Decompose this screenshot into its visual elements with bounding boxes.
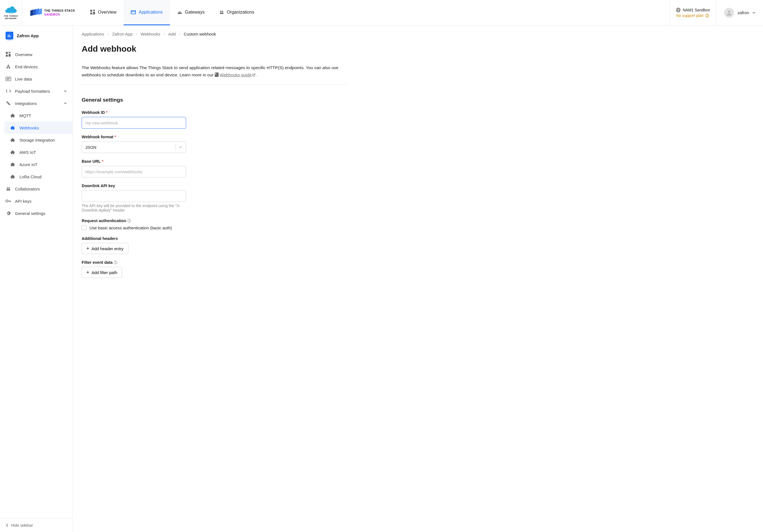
sidebar-webhooks[interactable]: Webhooks: [4, 122, 72, 134]
svg-rect-24: [6, 55, 8, 56]
logo-ttn-block[interactable]: THE THINGS NETWORK: [0, 0, 22, 25]
cluster-block[interactable]: NAM1 Sandbox No support plan: [670, 0, 716, 25]
downlink-api-key-input[interactable]: [82, 190, 186, 202]
sidebar-overview[interactable]: Overview: [0, 48, 72, 60]
support-plan-text: No support plan: [676, 13, 704, 18]
filter-event-data-label: Filter event data: [82, 260, 186, 265]
tts-logo-icon: [30, 8, 42, 17]
nav-applications[interactable]: Applications: [124, 0, 170, 25]
sidebar-storage[interactable]: Storage Integration: [4, 134, 72, 146]
sidebar-mqtt-label: MQTT: [20, 113, 31, 118]
sidebar-general-settings-label: General settings: [15, 211, 45, 216]
live-data-icon: [6, 76, 11, 82]
sidebar-integrations[interactable]: Integrations: [0, 97, 72, 109]
globe-icon: [676, 8, 681, 12]
basic-auth-checkbox-label: Use basic access authentication (basic a…: [89, 226, 172, 230]
sidebar-live-data-label: Live data: [15, 77, 32, 81]
puzzle-icon: [10, 150, 16, 155]
sidebar-end-devices-label: End devices: [15, 64, 38, 69]
svg-point-27: [9, 67, 10, 68]
svg-rect-22: [6, 52, 8, 54]
user-name: zafron: [737, 10, 749, 15]
sidebar-webhooks-label: Webhooks: [20, 126, 39, 130]
crumb-app[interactable]: Zafron App: [112, 32, 133, 36]
main-content: Applications › Zafron App › Webhooks › A…: [73, 26, 763, 532]
hide-sidebar-button[interactable]: Hide sidebar: [0, 518, 72, 532]
svg-point-10: [179, 12, 180, 13]
svg-rect-2: [13, 11, 13, 14]
integrations-icon: [6, 100, 11, 106]
svg-rect-5: [90, 13, 92, 14]
dashboard-icon: [90, 10, 95, 15]
svg-rect-7: [131, 11, 136, 14]
sidebar-collaborators[interactable]: Collaborators: [0, 183, 72, 195]
gateways-icon: [177, 10, 182, 15]
help-icon[interactable]: [114, 261, 118, 264]
tts-logo-line1: THE THINGS STACK: [44, 9, 75, 13]
main-nav: Overview Applications Gateways Organizat…: [83, 0, 262, 25]
svg-point-11: [220, 11, 221, 12]
sidebar-aws-label: AWS IoT: [20, 150, 36, 155]
sidebar-mqtt[interactable]: MQTT: [4, 109, 72, 122]
chevron-right-icon: ›: [136, 32, 137, 36]
svg-rect-0: [9, 11, 10, 14]
sidebar-collaborators-label: Collaborators: [15, 187, 40, 191]
webhooks-guide-link[interactable]: Webhooks guide: [220, 72, 256, 77]
downlink-hint: The API key will be provided to the endp…: [82, 203, 186, 212]
sidebar-api-keys[interactable]: API keys: [0, 195, 72, 207]
user-menu[interactable]: zafron: [716, 0, 763, 25]
nav-overview[interactable]: Overview: [83, 0, 124, 25]
breadcrumb: Applications › Zafron App › Webhooks › A…: [73, 26, 763, 40]
svg-point-41: [9, 187, 10, 189]
add-header-button[interactable]: +Add header entry: [82, 243, 128, 254]
additional-headers-label: Additional headers: [82, 236, 186, 241]
chevron-right-icon: ›: [164, 32, 165, 36]
webhook-format-select[interactable]: JSON: [82, 141, 186, 153]
crumb-add[interactable]: Add: [168, 32, 176, 36]
section-general-settings: General settings: [82, 97, 347, 103]
chevron-right-icon: ›: [107, 32, 109, 36]
sidebar: Zafron App Overview End devices Live dat…: [0, 26, 73, 532]
people-icon: [6, 186, 11, 192]
logo-tts-block[interactable]: THE THINGS STACK SANDBOX: [22, 0, 83, 25]
svg-line-38: [8, 103, 8, 103]
help-icon[interactable]: [127, 219, 131, 223]
chevron-right-icon: ›: [179, 32, 180, 36]
tts-logo-line2: SANDBOX: [44, 13, 75, 16]
key-icon: [6, 198, 11, 204]
chevron-up-icon: [63, 102, 67, 105]
crumb-webhooks[interactable]: Webhooks: [141, 32, 160, 36]
nav-organizations[interactable]: Organizations: [212, 0, 262, 25]
crumb-applications[interactable]: Applications: [82, 32, 104, 36]
svg-rect-3: [90, 10, 92, 12]
add-filter-path-button[interactable]: +Add filter path: [82, 267, 122, 278]
organizations-icon: [219, 10, 224, 15]
sidebar-end-devices[interactable]: End devices: [0, 60, 72, 73]
webhook-format-label: Webhook format*: [82, 135, 186, 139]
base-url-input[interactable]: [82, 166, 186, 177]
sidebar-integrations-label: Integrations: [15, 101, 37, 106]
intro-text: The Webhooks feature allows The Things S…: [82, 64, 347, 85]
basic-auth-checkbox[interactable]: [82, 225, 87, 230]
sidebar-aws[interactable]: AWS IoT: [4, 146, 72, 158]
sidebar-lora[interactable]: LoRa Cloud: [4, 170, 72, 183]
sidebar-general-settings[interactable]: General settings: [0, 207, 72, 219]
nav-gateways[interactable]: Gateways: [170, 0, 212, 25]
svg-point-42: [6, 200, 8, 202]
svg-rect-4: [93, 10, 95, 11]
svg-point-35: [7, 102, 8, 103]
svg-rect-25: [9, 54, 11, 56]
nav-overview-label: Overview: [98, 10, 117, 15]
app-name: Zafron App: [17, 33, 39, 38]
header: THE THINGS NETWORK THE THINGS STACK SAND…: [0, 0, 763, 26]
sidebar-azure[interactable]: Azure IoT: [4, 158, 72, 170]
sidebar-payload-formatters[interactable]: Payload formatters: [0, 85, 72, 97]
book-icon: [215, 72, 219, 77]
webhook-id-input[interactable]: [82, 117, 186, 129]
sidebar-app-header[interactable]: Zafron App: [0, 26, 72, 46]
devices-icon: [6, 64, 11, 69]
sidebar-live-data[interactable]: Live data: [0, 73, 72, 85]
cluster-name: NAM1 Sandbox: [683, 8, 710, 12]
downlink-api-key-label: Downlink API key: [82, 183, 186, 188]
puzzle-icon: [10, 113, 16, 118]
